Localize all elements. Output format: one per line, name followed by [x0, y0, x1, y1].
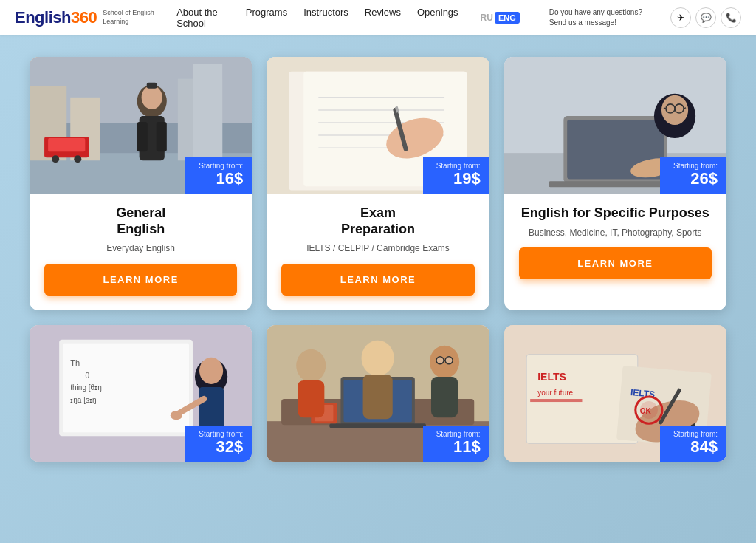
svg-rect-66: [363, 375, 393, 419]
card-image-6: IELTS your future IELTS OK: [504, 325, 726, 462]
card-6: IELTS your future IELTS OK: [504, 325, 726, 462]
starting-from-label: Starting from:: [194, 430, 243, 438]
contact-icons: ✈ 💬 📞: [670, 7, 741, 28]
card-subtitle-specific-purposes: Business, Medicine, IT, Photography, Spo…: [519, 228, 712, 239]
card-title-exam-preparation: Exam Preparation: [281, 205, 474, 237]
svg-rect-13: [137, 122, 148, 151]
price-value: 19$: [432, 170, 481, 188]
svg-rect-16: [147, 83, 157, 89]
starting-from-label: Starting from:: [194, 162, 243, 170]
svg-text:your future: your future: [537, 389, 573, 397]
price-value: 16$: [194, 170, 243, 188]
price-badge-6: Starting from: 84$: [660, 426, 726, 462]
card-body-general-english: General English Everyday English LEARN M…: [30, 194, 252, 310]
learn-more-general-english[interactable]: LEARN MORE: [44, 264, 237, 296]
whatsapp-icon[interactable]: 💬: [695, 7, 716, 28]
lang-ru-button[interactable]: RU: [481, 13, 493, 23]
language-switcher: RU ENG: [481, 12, 520, 24]
main-nav: About the School Programs Instructors Re…: [176, 7, 458, 29]
svg-rect-78: [530, 399, 582, 402]
lang-eng-button[interactable]: ENG: [495, 12, 520, 24]
main-content: Starting from: 16$ General English Every…: [0, 35, 756, 543]
svg-point-69: [436, 357, 444, 364]
card-image-4: Th θ thing [θɪŋ ɪŋa [sɪŋ Starting from: …: [30, 325, 252, 462]
nav-about[interactable]: About the School: [176, 7, 230, 29]
svg-rect-68: [431, 377, 458, 417]
learn-more-specific-purposes[interactable]: LEARN MORE: [519, 247, 712, 279]
svg-rect-8: [48, 138, 85, 151]
card-image-exam-preparation: Starting from: 19$: [267, 57, 489, 194]
card-specific-purposes: Starting from: 26$ English for Specific …: [504, 57, 726, 310]
price-value: 11$: [432, 438, 481, 456]
card-4: Th θ thing [θɪŋ ɪŋa [sɪŋ Starting from: …: [30, 325, 252, 462]
school-subtitle: School of English Learning: [103, 9, 154, 26]
svg-point-70: [445, 357, 453, 364]
svg-point-10: [74, 155, 81, 163]
svg-rect-60: [330, 423, 427, 428]
svg-point-15: [142, 86, 162, 109]
card-image-general-english: Starting from: 16$: [30, 57, 252, 194]
card-title-general-english: General English: [44, 205, 237, 237]
price-value: 84$: [669, 438, 718, 456]
svg-point-54: [171, 411, 182, 420]
logo-area: English360 School of English Learning: [15, 8, 154, 27]
svg-line-40: [664, 108, 666, 109]
learn-more-exam-preparation[interactable]: LEARN MORE: [281, 264, 474, 296]
svg-rect-14: [157, 122, 167, 151]
site-header: English360 School of English Learning Ab…: [0, 0, 756, 35]
svg-text:θ: θ: [85, 371, 89, 380]
card-general-english: Starting from: 16$ General English Every…: [30, 57, 252, 310]
svg-point-63: [297, 349, 326, 382]
price-badge-specific-purposes: Starting from: 26$: [660, 157, 726, 194]
card-body-specific-purposes: English for Specific Purposes Business, …: [504, 194, 726, 310]
svg-point-65: [362, 340, 394, 375]
card-image-specific-purposes: Starting from: 26$: [504, 57, 726, 194]
svg-text:IELTS: IELTS: [537, 371, 566, 383]
starting-from-label: Starting from:: [669, 162, 718, 170]
card-body-exam-preparation: Exam Preparation IELTS / CELPIP / Cambri…: [267, 194, 489, 310]
starting-from-label: Starting from:: [669, 430, 718, 438]
svg-rect-6: [193, 64, 222, 161]
telegram-icon[interactable]: ✈: [670, 7, 691, 28]
price-value: 32$: [194, 438, 243, 456]
cards-grid: Starting from: 16$ General English Every…: [30, 57, 726, 462]
phone-icon[interactable]: 📞: [721, 7, 741, 28]
svg-point-51: [199, 358, 223, 384]
card-exam-preparation: Starting from: 19$ Exam Preparation IELT…: [267, 57, 489, 310]
svg-text:ɪŋa [sɪŋ: ɪŋa [sɪŋ: [70, 396, 96, 404]
price-badge-exam-preparation: Starting from: 19$: [423, 157, 489, 194]
nav-instructors[interactable]: Instructors: [303, 7, 348, 29]
price-badge-general-english: Starting from: 16$: [185, 157, 252, 194]
svg-text:thing [θɪŋ: thing [θɪŋ: [70, 383, 101, 392]
nav-programs[interactable]: Programs: [246, 7, 287, 29]
price-badge-5: Starting from: 11$: [423, 426, 489, 462]
nav-openings[interactable]: Openings: [417, 7, 458, 29]
svg-point-67: [430, 345, 459, 378]
svg-text:Th: Th: [70, 358, 80, 367]
logo[interactable]: English360: [15, 8, 97, 27]
starting-from-label: Starting from:: [432, 430, 481, 438]
card-5: Starting from: 11$: [267, 325, 489, 462]
svg-rect-64: [298, 380, 325, 417]
starting-from-label: Starting from:: [432, 162, 481, 170]
nav-reviews[interactable]: Reviews: [365, 7, 401, 29]
price-value: 26$: [669, 170, 718, 188]
header-contact-text: Do you have any questions? Send us a mes…: [549, 7, 642, 28]
svg-point-9: [52, 155, 59, 163]
card-title-specific-purposes: English for Specific Purposes: [519, 205, 712, 222]
card-subtitle-general-english: Everyday English: [44, 243, 237, 255]
svg-text:OK: OK: [639, 407, 651, 415]
price-badge-4: Starting from: 32$: [185, 426, 252, 462]
card-image-5: Starting from: 11$: [267, 325, 489, 462]
card-subtitle-exam-preparation: IELTS / CELPIP / Cambridge Exams: [281, 243, 474, 255]
svg-line-41: [684, 108, 686, 109]
